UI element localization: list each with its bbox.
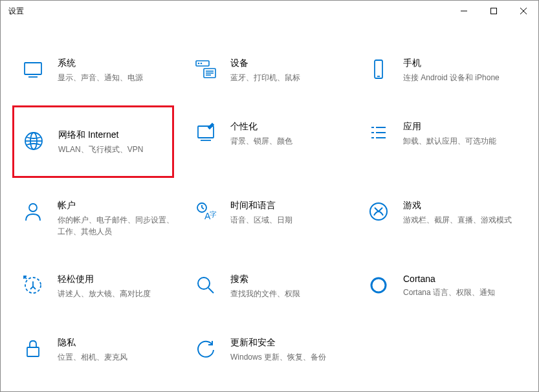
tile-system[interactable]: 系统 显示、声音、通知、电源 xyxy=(12,47,185,94)
tile-text: 帐户 你的帐户、电子邮件、同步设置、工作、其他人员 xyxy=(58,199,179,237)
cortana-icon xyxy=(366,272,391,298)
tile-cortana[interactable]: Cortana Cortana 语言、权限、通知 xyxy=(358,263,531,310)
tile-text: 系统 显示、声音、通知、电源 xyxy=(58,56,143,83)
personalization-icon xyxy=(193,120,219,146)
update-icon xyxy=(193,336,219,362)
tile-privacy[interactable]: 隐私 位置、相机、麦克风 xyxy=(12,327,185,373)
tile-title: 设备 xyxy=(230,58,300,69)
close-button[interactable] xyxy=(509,1,538,21)
tile-title: Cortana xyxy=(403,274,495,284)
svg-point-9 xyxy=(201,63,202,64)
tile-title: 游戏 xyxy=(403,200,512,212)
network-icon xyxy=(21,128,47,154)
settings-grid: 系统 显示、声音、通知、电源 设备 蓝牙、打印机、鼠标 xyxy=(1,47,538,373)
svg-point-8 xyxy=(199,63,199,64)
tile-desc: 查找我的文件、权限 xyxy=(230,288,300,299)
tile-network[interactable]: 网络和 Internet WLAN、飞行模式、VPN xyxy=(12,105,174,178)
svg-line-35 xyxy=(208,288,214,293)
apps-icon xyxy=(366,120,391,146)
window-controls xyxy=(449,1,538,21)
svg-point-36 xyxy=(371,278,386,292)
tile-personalization[interactable]: 个性化 背景、锁屏、颜色 xyxy=(185,111,358,173)
tile-desc: 蓝牙、打印机、鼠标 xyxy=(230,72,300,83)
svg-point-26 xyxy=(29,204,37,212)
tile-title: 更新和安全 xyxy=(230,337,326,349)
ease-of-access-icon xyxy=(20,272,46,298)
phone-icon xyxy=(366,56,391,82)
tile-text: 应用 卸载、默认应用、可选功能 xyxy=(403,120,496,147)
svg-rect-37 xyxy=(27,347,39,356)
tile-text: 搜索 查找我的文件、权限 xyxy=(230,272,300,299)
window-title: 设置 xyxy=(8,6,24,17)
tile-phone[interactable]: 手机 连接 Android 设备和 iPhone xyxy=(358,47,531,94)
tile-desc: 你的帐户、电子邮件、同步设置、工作、其他人员 xyxy=(58,214,179,237)
tile-desc: 显示、声音、通知、电源 xyxy=(58,72,143,83)
tile-title: 帐户 xyxy=(58,200,179,212)
minimize-button[interactable] xyxy=(449,1,479,21)
privacy-icon xyxy=(20,336,46,362)
tile-title: 系统 xyxy=(58,58,143,69)
search-icon xyxy=(193,272,219,298)
tile-time-language[interactable]: A 字 时间和语言 语音、区域、日期 xyxy=(185,190,358,246)
tile-title: 应用 xyxy=(403,121,496,133)
tile-title: 时间和语言 xyxy=(230,200,292,212)
tile-desc: 卸载、默认应用、可选功能 xyxy=(403,135,496,147)
svg-rect-1 xyxy=(491,8,497,14)
tile-text: 时间和语言 语音、区域、日期 xyxy=(230,199,292,226)
tile-desc: 位置、相机、麦克风 xyxy=(58,351,127,363)
tile-desc: 连接 Android 设备和 iPhone xyxy=(403,72,500,83)
gaming-icon xyxy=(366,199,391,224)
tile-desc: 背景、锁屏、颜色 xyxy=(230,135,292,147)
tile-text: 轻松使用 讲述人、放大镜、高对比度 xyxy=(58,272,151,299)
tile-gaming[interactable]: 游戏 游戏栏、截屏、直播、游戏模式 xyxy=(358,190,531,246)
tile-desc: Cortana 语言、权限、通知 xyxy=(403,287,495,298)
tile-text: Cortana Cortana 语言、权限、通知 xyxy=(403,272,495,298)
tile-title: 手机 xyxy=(403,58,500,69)
tile-text: 游戏 游戏栏、截屏、直播、游戏模式 xyxy=(403,199,512,226)
tile-title: 个性化 xyxy=(230,121,292,133)
tile-text: 网络和 Internet WLAN、飞行模式、VPN xyxy=(58,128,143,155)
tile-text: 隐私 位置、相机、麦克风 xyxy=(58,336,127,363)
settings-content: 系统 显示、声音、通知、电源 设备 蓝牙、打印机、鼠标 xyxy=(1,21,538,373)
accounts-icon xyxy=(20,199,46,224)
tile-desc: 语音、区域、日期 xyxy=(230,214,292,226)
svg-point-34 xyxy=(198,278,210,289)
devices-icon xyxy=(193,56,219,82)
tile-text: 更新和安全 Windows 更新、恢复、备份 xyxy=(230,336,326,363)
tile-title: 搜索 xyxy=(230,274,300,285)
tile-title: 隐私 xyxy=(58,337,127,349)
tile-update-security[interactable]: 更新和安全 Windows 更新、恢复、备份 xyxy=(185,327,358,373)
tile-desc: WLAN、飞行模式、VPN xyxy=(58,144,143,155)
time-language-icon: A 字 xyxy=(193,199,219,224)
tile-desc: 讲述人、放大镜、高对比度 xyxy=(58,288,151,299)
tile-text: 手机 连接 Android 设备和 iPhone xyxy=(403,56,500,83)
tile-text: 设备 蓝牙、打印机、鼠标 xyxy=(230,56,300,83)
system-icon xyxy=(20,56,46,82)
tile-apps[interactable]: 应用 卸载、默认应用、可选功能 xyxy=(358,111,531,173)
tile-desc: Windows 更新、恢复、备份 xyxy=(230,351,326,363)
svg-line-29 xyxy=(202,208,204,209)
tile-accounts[interactable]: 帐户 你的帐户、电子邮件、同步设置、工作、其他人员 xyxy=(12,190,185,246)
maximize-button[interactable] xyxy=(479,1,509,21)
tile-search[interactable]: 搜索 查找我的文件、权限 xyxy=(185,263,358,310)
tile-text: 个性化 背景、锁屏、颜色 xyxy=(230,120,292,147)
svg-text:字: 字 xyxy=(210,210,216,218)
tile-desc: 游戏栏、截屏、直播、游戏模式 xyxy=(403,214,512,226)
svg-rect-4 xyxy=(25,63,41,74)
tile-title: 网络和 Internet xyxy=(58,129,143,141)
svg-rect-13 xyxy=(375,60,382,78)
tile-title: 轻松使用 xyxy=(58,274,151,285)
tile-ease-of-access[interactable]: 轻松使用 讲述人、放大镜、高对比度 xyxy=(12,263,185,310)
tile-devices[interactable]: 设备 蓝牙、打印机、鼠标 xyxy=(185,47,358,94)
